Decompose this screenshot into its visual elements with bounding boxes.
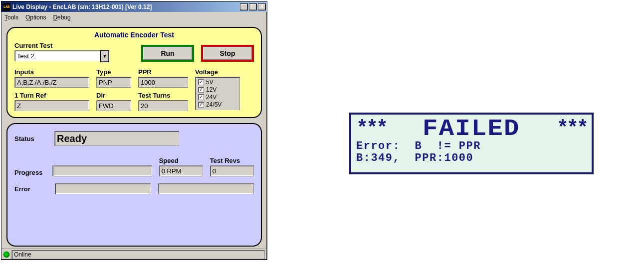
lcd-display: *** FAILED *** Error: B != PPR B:349, PP… (349, 113, 594, 174)
error-label: Error (14, 185, 48, 193)
status-panel: Status Ready Progress Speed0 RPM Test Re… (6, 123, 262, 247)
panel-title: Automatic Encoder Test (14, 31, 254, 39)
lcd-failed-text: FAILED (423, 118, 520, 140)
test-turns-label: Test Turns (138, 92, 188, 99)
ppr-value: 1000 (138, 77, 188, 88)
status-value: Ready (54, 131, 179, 146)
voltage-item[interactable]: ✓24/5V (198, 101, 237, 108)
menu-tools[interactable]: Tools (4, 14, 18, 21)
current-test-label: Current Test (14, 42, 109, 49)
test-revs-value: 0 (210, 165, 254, 176)
current-test-combo[interactable]: Test 2 ▼ (14, 50, 109, 62)
maximize-button[interactable]: □ (249, 3, 257, 10)
voltage-item[interactable]: ✓12V (198, 86, 237, 93)
voltage-item-label: 24V (206, 94, 216, 101)
app-window: LAB Live Display - EncLAB (s/n: 13H12-00… (1, 1, 267, 260)
error-value-2 (158, 183, 254, 194)
menubar: Tools Options Debug (1, 12, 267, 23)
one-turn-ref-label: 1 Turn Ref (14, 92, 89, 99)
test-turns-value: 20 (138, 100, 188, 111)
dropdown-icon[interactable]: ▼ (100, 50, 109, 62)
voltage-label: Voltage (195, 68, 245, 76)
lcd-stars-left: *** (356, 119, 386, 139)
status-label: Status (14, 135, 49, 142)
lcd-stars-right: *** (557, 119, 587, 139)
dir-label: Dir (96, 92, 131, 99)
statusbar: Online (1, 249, 267, 260)
error-value-1 (55, 183, 151, 194)
titlebar[interactable]: LAB Live Display - EncLAB (s/n: 13H12-00… (1, 1, 267, 12)
type-value: PNP (96, 77, 131, 88)
progress-label: Progress (14, 169, 45, 176)
speed-value: 0 RPM (159, 165, 203, 176)
one-turn-ref-value: Z (14, 100, 89, 111)
voltage-list: ✓5V ✓12V ✓24V ✓24/5V (195, 77, 240, 110)
voltage-item-label: 24/5V (206, 101, 221, 108)
voltage-item[interactable]: ✓5V (198, 79, 237, 86)
run-button[interactable]: Run (141, 45, 194, 62)
checkbox-icon[interactable]: ✓ (198, 87, 204, 93)
dir-value: FWD (96, 100, 131, 111)
stop-button[interactable]: Stop (201, 45, 254, 62)
speed-label: Speed (159, 157, 203, 164)
menu-debug[interactable]: Debug (53, 14, 70, 21)
voltage-item-label: 5V (206, 79, 214, 86)
window-title: Live Display - EncLAB (s/n: 13H12-001) [… (12, 3, 240, 10)
menu-options[interactable]: Options (25, 14, 46, 21)
close-button[interactable]: × (258, 3, 266, 10)
voltage-item[interactable]: ✓24V (198, 94, 237, 101)
progress-value (52, 165, 152, 176)
inputs-label: Inputs (14, 68, 89, 76)
checkbox-icon[interactable]: ✓ (198, 102, 204, 108)
online-led-icon (3, 252, 9, 258)
current-test-value: Test 2 (14, 50, 100, 61)
checkbox-icon[interactable]: ✓ (198, 79, 204, 85)
type-label: Type (96, 68, 131, 76)
inputs-value: A,B,Z,/A,/B,/Z (14, 77, 89, 88)
checkbox-icon[interactable]: ✓ (198, 94, 204, 100)
statusbar-text: Online (11, 250, 265, 259)
minimize-button[interactable]: _ (240, 3, 248, 10)
lcd-detail-line: B:349, PPR:1000 (356, 152, 587, 164)
test-revs-label: Test Revs (210, 157, 254, 164)
test-config-panel: Automatic Encoder Test Current Test Test… (6, 27, 262, 118)
ppr-label: PPR (138, 68, 188, 76)
voltage-item-label: 12V (206, 86, 216, 93)
app-icon: LAB (2, 3, 10, 11)
lcd-error-line: Error: B != PPR (356, 140, 587, 152)
